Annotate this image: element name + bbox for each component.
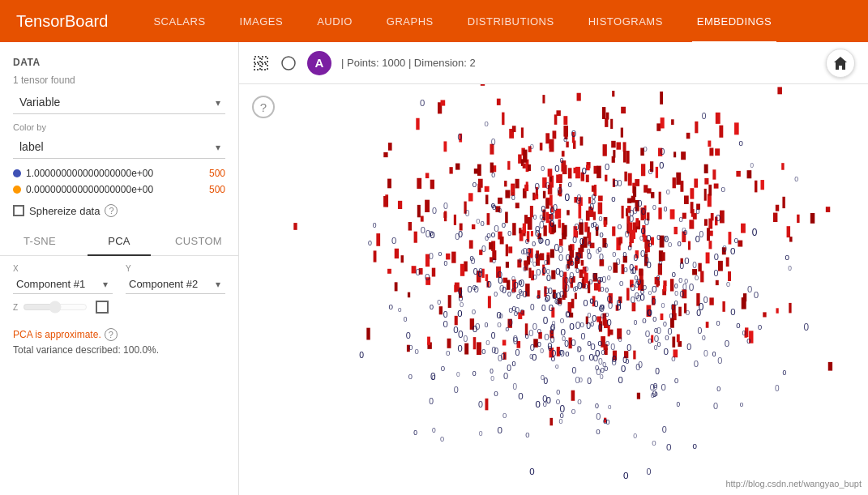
nav-scalars[interactable]: SCALARS — [148, 12, 210, 31]
color-by-label: Color by — [0, 121, 238, 132]
top-navigation: TensorBoard SCALARS IMAGES AUDIO GRAPHS … — [0, 0, 868, 42]
y-axis-select[interactable]: Component #2 Component #1 — [126, 275, 225, 294]
sphereize-row: Sphereize data ? — [0, 198, 238, 224]
tab-pca[interactable]: PCA — [79, 227, 159, 255]
color-label-2: 0.000000000000000000e+00 — [26, 184, 204, 195]
scatter-plot[interactable] — [239, 84, 868, 495]
nav-audio[interactable]: AUDIO — [312, 12, 357, 31]
points-info: | Points: 1000 | Dimension: 2 — [341, 57, 476, 69]
data-section-title: DATA — [0, 50, 238, 71]
color-label-1: 1.000000000000000000e+00 — [26, 168, 204, 179]
svg-rect-0 — [254, 57, 260, 62]
svg-rect-3 — [262, 64, 267, 70]
pca-approx-text: PCA is approximate. — [13, 329, 101, 340]
svg-rect-2 — [254, 64, 260, 70]
method-tabs: T-SNE PCA CUSTOM — [0, 227, 238, 256]
tensor-select[interactable]: Variable — [13, 91, 225, 114]
tab-custom[interactable]: CUSTOM — [159, 227, 238, 255]
x-select-container: Component #1 Component #2 ▾ — [13, 275, 113, 294]
content-area: A | Points: 1000 | Dimension: 2 ? http:/… — [239, 42, 868, 495]
selection-tool-button[interactable] — [252, 54, 270, 72]
z-axis-slider[interactable] — [23, 301, 88, 314]
color-count-1: 500 — [209, 168, 225, 179]
app-title: TensorBoard — [16, 12, 108, 31]
svg-rect-1 — [262, 57, 267, 62]
home-button[interactable] — [826, 49, 855, 78]
tensor-select-container: Variable ▾ — [13, 91, 225, 114]
pca-approx-help-icon[interactable]: ? — [105, 328, 118, 341]
z-group: Z — [13, 301, 88, 314]
pca-approx-row: PCA is approximate. ? — [0, 322, 238, 343]
y-axis-label: Y — [126, 264, 225, 273]
sphereize-help-icon[interactable]: ? — [105, 204, 118, 217]
night-mode-button[interactable] — [280, 54, 297, 72]
color-dot-2 — [13, 186, 21, 194]
color-entry-2: 0.000000000000000000e+00 500 — [0, 181, 238, 198]
visualization-area[interactable]: ? http://blog.csdn.net/wangyao_bupt — [239, 84, 868, 495]
nav-images[interactable]: IMAGES — [235, 12, 289, 31]
sidebar: DATA 1 tensor found Variable ▾ Color by … — [0, 42, 239, 495]
y-select-container: Component #2 Component #1 ▾ — [126, 275, 225, 294]
watermark: http://blog.csdn.net/wangyao_bupt — [725, 479, 862, 489]
x-axis-label: X — [13, 264, 113, 273]
color-entry-1: 1.000000000000000000e+00 500 — [0, 165, 238, 181]
nav-graphs[interactable]: GRAPHS — [382, 12, 438, 31]
color-dot-1 — [13, 169, 21, 177]
x-axis-select[interactable]: Component #1 Component #2 — [13, 275, 113, 294]
tab-tsne[interactable]: T-SNE — [0, 227, 79, 255]
nav-distributions[interactable]: DISTRIBUTIONS — [463, 12, 559, 31]
main-layout: DATA 1 tensor found Variable ▾ Color by … — [0, 42, 868, 495]
z-axis-label: Z — [13, 303, 18, 312]
color-count-2: 500 — [209, 184, 225, 195]
nav-histograms[interactable]: HISTOGRAMS — [584, 12, 668, 31]
x-axis-group: X Component #1 Component #2 ▾ — [13, 264, 113, 294]
avatar[interactable]: A — [307, 51, 331, 75]
sphereize-label: Sphereize data — [29, 205, 100, 217]
svg-point-4 — [282, 57, 295, 70]
viz-help-button[interactable]: ? — [252, 96, 275, 118]
xy-axis-row: X Component #1 Component #2 ▾ Y Componen… — [13, 264, 225, 294]
color-by-select[interactable]: label — [13, 135, 225, 159]
color-by-select-container: label ▾ — [13, 135, 225, 159]
tensor-count: 1 tensor found — [0, 71, 238, 87]
nav-embeddings[interactable]: EMBEDDINGS — [692, 12, 776, 31]
y-axis-group: Y Component #2 Component #1 ▾ — [126, 264, 225, 294]
toolbar: A | Points: 1000 | Dimension: 2 — [239, 42, 868, 84]
total-variance-text: Total variance described: 100.0%. — [0, 343, 238, 362]
z-axis-row: Z — [13, 301, 225, 314]
z-enable-checkbox[interactable] — [96, 301, 109, 314]
sphereize-checkbox[interactable] — [13, 205, 24, 216]
pca-controls: X Component #1 Component #2 ▾ Y Componen… — [0, 256, 238, 322]
